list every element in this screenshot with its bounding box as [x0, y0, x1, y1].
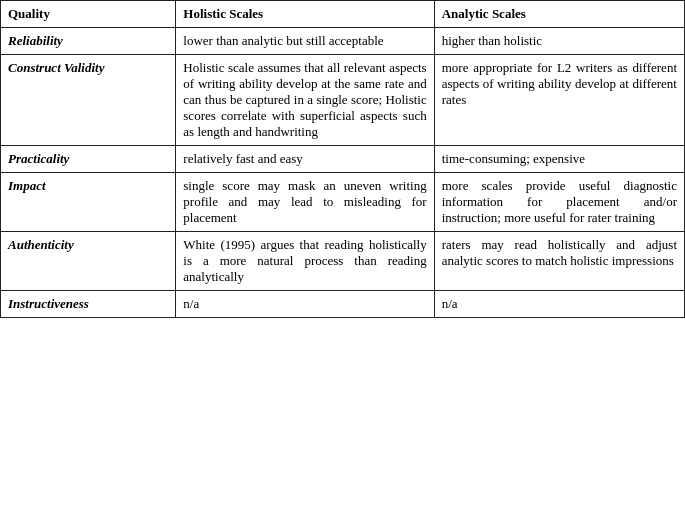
- table-row: Impactsingle score may mask an uneven wr…: [1, 173, 685, 232]
- holistic-header: Holistic Scales: [176, 1, 434, 28]
- quality-header: Quality: [1, 1, 176, 28]
- analytic-cell: higher than holistic: [434, 28, 684, 55]
- table-row: Instructivenessn/an/a: [1, 291, 685, 318]
- table-row: AuthenticityWhite (1995) argues that rea…: [1, 232, 685, 291]
- analytic-cell: more scales provide useful diagnostic in…: [434, 173, 684, 232]
- quality-cell: Reliability: [1, 28, 176, 55]
- holistic-cell: Holistic scale assumes that all relevant…: [176, 55, 434, 146]
- quality-cell: Practicality: [1, 146, 176, 173]
- holistic-cell: relatively fast and easy: [176, 146, 434, 173]
- analytic-cell: n/a: [434, 291, 684, 318]
- table-row: Reliabilitylower than analytic but still…: [1, 28, 685, 55]
- holistic-cell: single score may mask an uneven writing …: [176, 173, 434, 232]
- table-row: Practicalityrelatively fast and easytime…: [1, 146, 685, 173]
- analytic-header: Analytic Scales: [434, 1, 684, 28]
- table-row: Construct ValidityHolistic scale assumes…: [1, 55, 685, 146]
- table-header-row: Quality Holistic Scales Analytic Scales: [1, 1, 685, 28]
- holistic-cell: lower than analytic but still acceptable: [176, 28, 434, 55]
- quality-cell: Construct Validity: [1, 55, 176, 146]
- analytic-cell: more appropriate for L2 writers as diffe…: [434, 55, 684, 146]
- holistic-cell: White (1995) argues that reading holisti…: [176, 232, 434, 291]
- comparison-table: Quality Holistic Scales Analytic Scales …: [0, 0, 685, 318]
- quality-cell: Instructiveness: [1, 291, 176, 318]
- analytic-cell: time-consuming; expensive: [434, 146, 684, 173]
- holistic-cell: n/a: [176, 291, 434, 318]
- quality-cell: Impact: [1, 173, 176, 232]
- analytic-cell: raters may read holistically and adjust …: [434, 232, 684, 291]
- quality-cell: Authenticity: [1, 232, 176, 291]
